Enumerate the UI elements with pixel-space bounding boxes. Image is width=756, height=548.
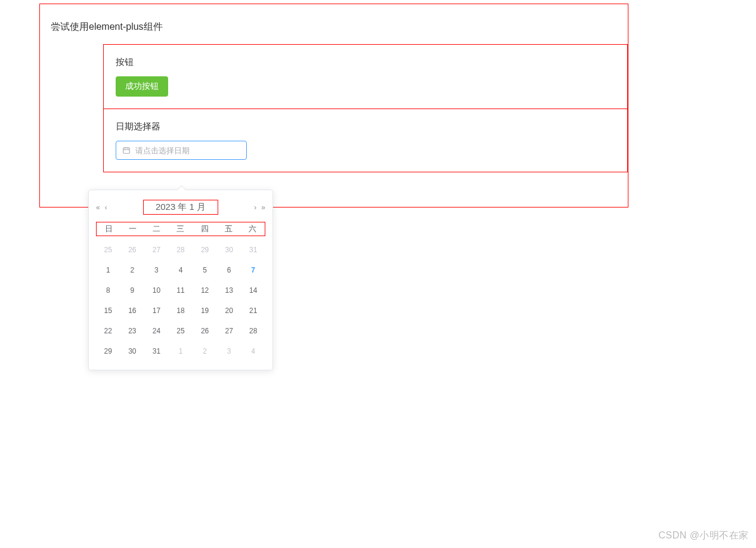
weekday-cell: 二 xyxy=(145,222,169,236)
day-cell[interactable]: 29 xyxy=(193,240,217,260)
day-cell[interactable]: 28 xyxy=(241,321,265,341)
day-cell[interactable]: 4 xyxy=(169,260,193,280)
weekday-cell: 四 xyxy=(193,222,216,236)
day-cell[interactable]: 31 xyxy=(241,240,265,260)
nav-prev-group: « ‹ xyxy=(96,203,107,212)
svg-rect-0 xyxy=(123,148,130,153)
day-cell[interactable]: 30 xyxy=(217,240,241,260)
day-cell[interactable]: 27 xyxy=(217,321,241,341)
day-cell[interactable]: 12 xyxy=(193,280,217,301)
sections-stack: 按钮 成功按钮 日期选择器 xyxy=(103,44,628,172)
day-cell[interactable]: 2 xyxy=(193,341,217,361)
day-cell[interactable]: 14 xyxy=(241,280,265,301)
day-cell[interactable]: 31 xyxy=(144,341,169,361)
calendar-title[interactable]: 2023 年 1 月 xyxy=(143,200,218,215)
day-cell[interactable]: 4 xyxy=(241,341,265,361)
day-cell[interactable]: 9 xyxy=(120,280,145,301)
datepicker-section-heading: 日期选择器 xyxy=(116,121,615,132)
day-cell[interactable]: 17 xyxy=(144,301,169,321)
calendar-days-grid: 2526272829303112345678910111213141516171… xyxy=(96,240,265,361)
weekday-cell: 日 xyxy=(97,222,120,236)
day-cell[interactable]: 7 xyxy=(241,260,265,280)
day-cell[interactable]: 3 xyxy=(144,260,169,280)
day-cell[interactable]: 1 xyxy=(96,260,120,280)
nav-next-group: › » xyxy=(254,203,265,212)
date-input[interactable] xyxy=(135,146,240,155)
day-cell[interactable]: 25 xyxy=(96,240,120,260)
outer-container: 尝试使用element-plus组件 按钮 成功按钮 日期选择器 xyxy=(39,4,628,208)
day-cell[interactable]: 30 xyxy=(120,341,145,361)
next-month-button[interactable]: › xyxy=(254,203,256,212)
day-cell[interactable]: 25 xyxy=(169,321,193,341)
day-cell[interactable]: 2 xyxy=(120,260,145,280)
day-cell[interactable]: 26 xyxy=(193,321,217,341)
button-section: 按钮 成功按钮 xyxy=(103,44,628,109)
day-cell[interactable]: 19 xyxy=(193,301,217,321)
calendar-icon xyxy=(122,146,131,154)
day-cell[interactable]: 6 xyxy=(217,260,241,280)
success-button[interactable]: 成功按钮 xyxy=(116,76,168,97)
day-cell[interactable]: 26 xyxy=(120,240,145,260)
day-cell[interactable]: 21 xyxy=(241,301,265,321)
day-cell[interactable]: 20 xyxy=(217,301,241,321)
prev-year-button[interactable]: « xyxy=(96,203,100,212)
weekday-cell: 五 xyxy=(216,222,240,236)
weekday-cell: 三 xyxy=(169,222,193,236)
day-cell[interactable]: 10 xyxy=(144,280,169,301)
watermark: CSDN @小明不在家 xyxy=(658,530,749,542)
day-cell[interactable]: 29 xyxy=(96,341,120,361)
day-cell[interactable]: 11 xyxy=(169,280,193,301)
button-section-heading: 按钮 xyxy=(116,57,615,68)
day-cell[interactable]: 28 xyxy=(169,240,193,260)
day-cell[interactable]: 3 xyxy=(217,341,241,361)
day-cell[interactable]: 24 xyxy=(144,321,169,341)
day-cell[interactable]: 23 xyxy=(120,321,145,341)
calendar-header: « ‹ 2023 年 1 月 › » xyxy=(96,196,265,222)
day-cell[interactable]: 18 xyxy=(169,301,193,321)
weekday-cell: 一 xyxy=(120,222,144,236)
day-cell[interactable]: 1 xyxy=(169,341,193,361)
next-year-button[interactable]: » xyxy=(261,203,265,212)
day-cell[interactable]: 8 xyxy=(96,280,120,301)
prev-month-button[interactable]: ‹ xyxy=(105,203,107,212)
date-picker-panel: « ‹ 2023 年 1 月 › » 日一二三四五六 2526272829303… xyxy=(88,190,273,370)
day-cell[interactable]: 13 xyxy=(217,280,241,301)
datepicker-section: 日期选择器 xyxy=(103,109,628,172)
day-cell[interactable]: 15 xyxy=(96,301,120,321)
day-cell[interactable]: 5 xyxy=(193,260,217,280)
weekday-cell: 六 xyxy=(241,222,265,236)
date-input-wrap[interactable] xyxy=(116,141,247,160)
page-title: 尝试使用element-plus组件 xyxy=(51,21,617,33)
day-cell[interactable]: 27 xyxy=(144,240,169,260)
weekday-header-row: 日一二三四五六 xyxy=(96,222,265,236)
day-cell[interactable]: 16 xyxy=(120,301,145,321)
day-cell[interactable]: 22 xyxy=(96,321,120,341)
